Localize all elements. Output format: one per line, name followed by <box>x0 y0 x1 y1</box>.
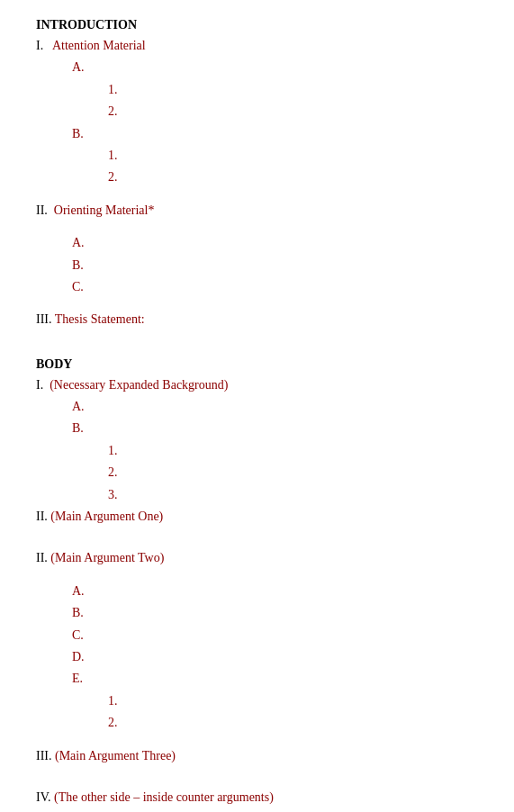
body-item-2: II. (Main Argument One) <box>36 507 487 527</box>
intro-ii-text: Orienting Material* <box>54 203 155 217</box>
body-i-text: (Necessary Expanded Background) <box>50 378 228 392</box>
body-iii-text: (Main Argument Three) <box>55 749 176 762</box>
intro-ii-label: II. <box>36 203 54 217</box>
body-iib-a: A. <box>72 582 487 601</box>
intro-i-a-2: 2. <box>108 102 487 122</box>
body-iib-e-2: 2. <box>108 713 487 733</box>
body-i-a: A. <box>72 397 487 417</box>
intro-i-b-2: 2. <box>108 167 487 187</box>
body-iib-e-1: 1. <box>108 691 487 711</box>
intro-i-label: I. <box>36 39 52 52</box>
intro-heading: INTRODUCTION <box>36 18 487 32</box>
intro-i-b-1: 1. <box>108 146 487 166</box>
body-i-b-3: 3. <box>108 485 487 505</box>
intro-iii-text: Thesis Statement: <box>55 312 145 326</box>
body-ii-label: II. <box>36 510 50 523</box>
body-iib-b: B. <box>72 603 487 623</box>
intro-ii-c: C. <box>72 277 487 297</box>
intro-ii-a: A. <box>72 233 487 253</box>
intro-i-text: Attention Material <box>52 39 146 52</box>
intro-item-2: II. Orienting Material* <box>36 201 487 221</box>
body-iib-e: E. <box>72 669 487 689</box>
intro-i-a-1: 1. <box>108 80 487 100</box>
intro-iii-label: III. <box>36 312 55 326</box>
body-iib-c: C. <box>72 626 487 645</box>
intro-section: INTRODUCTION I. Attention Material A. 1.… <box>36 18 487 330</box>
body-iib-d: D. <box>72 647 487 667</box>
intro-i-b: B. <box>72 124 487 144</box>
body-iib-text: (Main Argument Two) <box>50 551 164 564</box>
body-iv-label: IV. <box>36 790 54 804</box>
body-item-1: I. (Necessary Expanded Background) <box>36 375 487 395</box>
body-iv-text: (The other side – inside counter argumen… <box>54 790 274 804</box>
body-ii-text: (Main Argument One) <box>50 510 163 523</box>
intro-ii-b: B. <box>72 256 487 275</box>
document-container: INTRODUCTION I. Attention Material A. 1.… <box>36 18 487 807</box>
body-i-label: I. <box>36 378 50 392</box>
body-i-b: B. <box>72 419 487 438</box>
body-iii-label: III. <box>36 749 55 762</box>
intro-item-3: III. Thesis Statement: <box>36 310 487 329</box>
body-item-3: II. (Main Argument Two) <box>36 548 487 568</box>
body-item-4: III. (Main Argument Three) <box>36 746 487 766</box>
body-item-5: IV. (The other side – inside counter arg… <box>36 788 487 807</box>
body-section: BODY I. (Necessary Expanded Background) … <box>36 357 487 808</box>
body-iib-label: II. <box>36 551 50 564</box>
body-heading: BODY <box>36 357 487 372</box>
body-i-b-2: 2. <box>108 463 487 483</box>
intro-i-a: A. <box>72 58 487 77</box>
body-i-b-1: 1. <box>108 441 487 461</box>
intro-item-1: I. Attention Material <box>36 36 487 56</box>
